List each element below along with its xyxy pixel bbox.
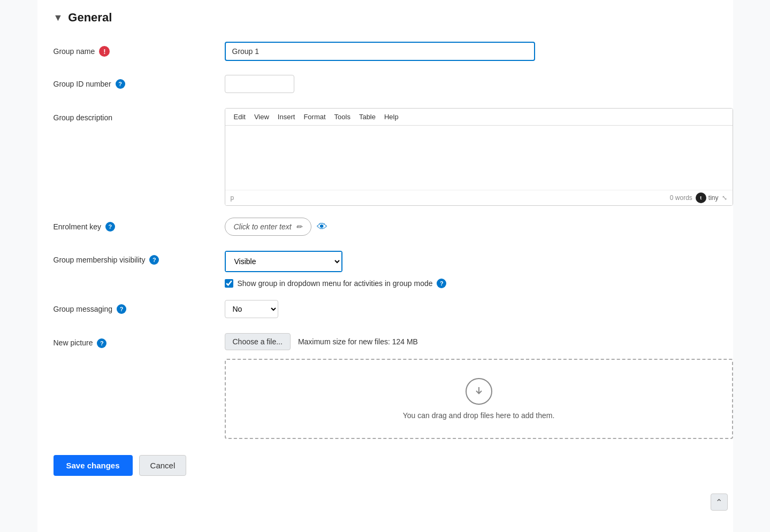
toolbar-table[interactable]: Table: [356, 112, 379, 122]
group-membership-visibility-row: Group membership visibility ? Visible Hi…: [54, 251, 717, 288]
editor-wrapper: Edit View Insert Format Tools Table Help…: [225, 108, 733, 206]
enrolment-key-help-icon[interactable]: ?: [105, 222, 115, 232]
cancel-button[interactable]: Cancel: [139, 455, 187, 476]
enrolment-key-placeholder: Click to enter text: [234, 222, 292, 231]
group-messaging-select[interactable]: No Yes: [225, 300, 278, 318]
group-description-label-col: Group description: [54, 108, 225, 122]
toolbar-insert[interactable]: Insert: [275, 112, 299, 122]
file-size-text: Maximum size for new files: 124 MB: [298, 337, 418, 346]
group-name-label: Group name: [54, 47, 95, 56]
show-group-label: Show group in dropdown menu for activiti…: [238, 279, 433, 288]
new-picture-control: Choose a file... Maximum size for new fi…: [225, 333, 733, 439]
toolbar-view[interactable]: View: [251, 112, 272, 122]
group-membership-visibility-help-icon[interactable]: ?: [149, 255, 159, 265]
enrolment-key-control: Click to enter text ✏ 👁: [225, 218, 717, 236]
actions-row: Save changes Cancel: [54, 455, 717, 476]
group-description-row: Group description Edit View Insert Forma…: [54, 108, 717, 206]
group-id-label: Group ID number: [54, 80, 111, 88]
eye-icon[interactable]: 👁: [317, 221, 327, 233]
new-picture-label: New picture: [54, 338, 93, 347]
enrolment-key-row: Enrolment key ? Click to enter text ✏ 👁: [54, 218, 717, 239]
editor-body[interactable]: [225, 126, 733, 190]
group-description-label: Group description: [54, 113, 113, 122]
group-membership-visibility-control: Visible Hidden Show group in dropdown me…: [225, 251, 717, 288]
show-group-checkbox-row: Show group in dropdown menu for activiti…: [225, 279, 717, 288]
drop-text: You can drag and drop files here to add …: [403, 411, 555, 420]
tiny-logo: t tiny: [696, 192, 719, 203]
chevron-down-icon[interactable]: ▼: [54, 12, 63, 24]
editor-resize-icon[interactable]: ⤡: [722, 194, 727, 202]
group-membership-visibility-label-col: Group membership visibility ?: [54, 251, 225, 265]
group-messaging-row: Group messaging ? No Yes: [54, 300, 717, 321]
drop-download-icon: [466, 378, 492, 405]
scroll-top-icon: ⌃: [715, 497, 722, 507]
group-name-control: [225, 42, 717, 61]
enrolment-key-label-col: Enrolment key ?: [54, 218, 225, 232]
group-id-control: [225, 75, 717, 93]
group-id-input[interactable]: [225, 75, 294, 93]
tiny-logo-circle: t: [696, 192, 706, 203]
show-group-checkbox[interactable]: [225, 279, 233, 288]
group-membership-visibility-label: Group membership visibility: [54, 256, 146, 264]
group-id-help-icon[interactable]: ?: [116, 79, 125, 89]
group-id-row: Group ID number ?: [54, 75, 717, 96]
group-id-label-col: Group ID number ?: [54, 75, 225, 89]
show-group-help-icon[interactable]: ?: [437, 279, 446, 288]
editor-word-count: 0 words: [670, 194, 692, 202]
toolbar-help[interactable]: Help: [381, 112, 402, 122]
editor-tag: p: [231, 194, 234, 202]
messaging-select-wrapper: No Yes: [225, 300, 717, 318]
enrolment-key-label: Enrolment key: [54, 222, 101, 231]
visibility-select[interactable]: Visible Hidden: [226, 252, 341, 271]
enrolment-key-button[interactable]: Click to enter text ✏: [225, 218, 311, 236]
group-description-control: Edit View Insert Format Tools Table Help…: [225, 108, 733, 206]
group-messaging-help-icon[interactable]: ?: [117, 304, 126, 314]
group-messaging-label-col: Group messaging ?: [54, 300, 225, 314]
section-header: ▼ General: [54, 11, 717, 29]
new-picture-help-icon[interactable]: ?: [97, 338, 106, 348]
drop-zone[interactable]: You can drag and drop files here to add …: [225, 359, 733, 439]
page-container: ▼ General Group name ! Group ID number ?…: [37, 0, 733, 532]
group-name-error-icon: !: [99, 46, 110, 57]
group-name-row: Group name !: [54, 42, 717, 63]
toolbar-tools[interactable]: Tools: [331, 112, 354, 122]
editor-footer: p 0 words t tiny ⤡: [225, 190, 733, 205]
save-changes-button[interactable]: Save changes: [54, 455, 133, 476]
section-title: General: [68, 11, 112, 25]
editor-toolbar: Edit View Insert Format Tools Table Help: [225, 109, 733, 126]
new-picture-label-col: New picture ?: [54, 333, 225, 348]
group-messaging-label: Group messaging: [54, 305, 113, 313]
group-messaging-control: No Yes: [225, 300, 717, 318]
toolbar-edit[interactable]: Edit: [231, 112, 249, 122]
scroll-top-button[interactable]: ⌃: [711, 494, 728, 511]
tiny-label: tiny: [708, 194, 719, 202]
new-picture-row: New picture ? Choose a file... Maximum s…: [54, 333, 717, 439]
toolbar-format[interactable]: Format: [300, 112, 329, 122]
enrolment-key-wrapper: Click to enter text ✏ 👁: [225, 218, 717, 236]
choose-file-button[interactable]: Choose a file...: [225, 333, 291, 350]
visibility-select-wrapper: Visible Hidden: [225, 251, 342, 272]
file-upload-row: Choose a file... Maximum size for new fi…: [225, 333, 733, 350]
pencil-icon: ✏: [296, 222, 302, 231]
group-name-input[interactable]: [225, 42, 535, 61]
group-name-label-col: Group name !: [54, 42, 225, 57]
